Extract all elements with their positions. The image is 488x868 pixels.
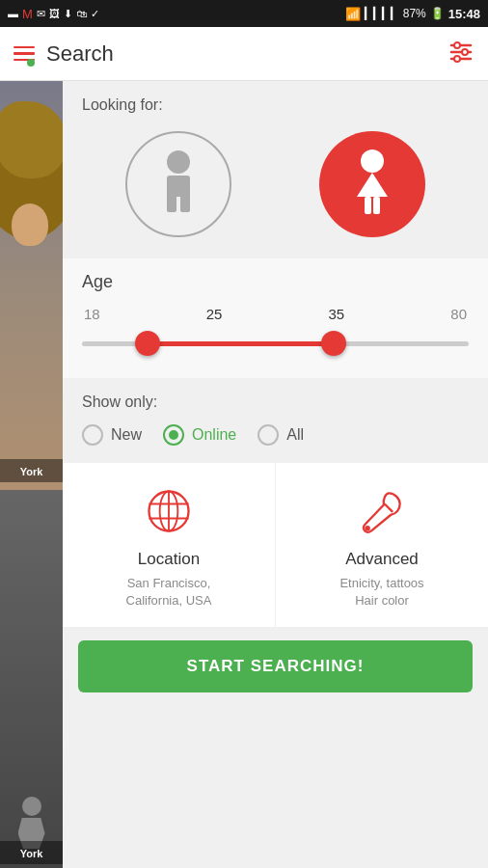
svg-marker-11 xyxy=(357,173,388,197)
slider-track xyxy=(82,341,469,346)
location-title: Location xyxy=(138,550,200,569)
location-card[interactable]: Location San Francisco, California, USA xyxy=(63,463,276,627)
globe-icon xyxy=(140,482,198,540)
svg-rect-8 xyxy=(167,193,176,212)
looking-for-section: Looking for: xyxy=(63,81,488,257)
slider-thumb-right[interactable] xyxy=(321,331,346,356)
wifi-icon: 📶 xyxy=(345,7,361,21)
svg-point-10 xyxy=(361,149,384,173)
show-only-section: Show only: New Online All xyxy=(63,380,488,461)
page-title: Search xyxy=(46,41,114,67)
download-icon: ⬇ xyxy=(64,8,72,20)
radio-online[interactable]: Online xyxy=(163,424,236,446)
battery-icon: 🔋 xyxy=(430,7,445,20)
settings-button[interactable] xyxy=(447,39,474,69)
signal-bars-icon: ▎▎▎▎ xyxy=(365,7,399,20)
sidebar-peek: York York xyxy=(0,81,63,868)
svg-rect-12 xyxy=(365,197,371,214)
male-figure-icon xyxy=(149,149,207,221)
bag-icon: 🛍 xyxy=(76,8,87,19)
gmail-icon: M xyxy=(22,7,33,21)
age-min-active: 25 xyxy=(206,306,223,322)
status-bar-left: ▬ M ✉ 🖼 ⬇ 🛍 ✓ xyxy=(8,7,99,21)
location-subtitle: San Francisco, California, USA xyxy=(126,575,212,610)
radio-label-new: New xyxy=(111,426,142,444)
sidebar-bottom-label: York xyxy=(20,848,43,859)
svg-point-5 xyxy=(454,56,460,62)
age-numbers: 18 25 35 80 xyxy=(82,306,469,322)
app-header: Search xyxy=(0,27,488,81)
female-figure-icon xyxy=(343,149,401,221)
menu-button[interactable] xyxy=(14,46,35,62)
advanced-title: Advanced xyxy=(345,550,419,569)
svg-point-20 xyxy=(365,526,370,531)
radio-label-online: Online xyxy=(192,426,236,444)
radio-group: New Online All xyxy=(82,424,469,446)
advanced-subtitle: Etnicity, tattoos Hair color xyxy=(339,575,423,610)
radio-all[interactable]: All xyxy=(258,424,304,446)
clock: 15:48 xyxy=(448,7,480,21)
svg-rect-9 xyxy=(180,193,190,212)
svg-line-19 xyxy=(385,504,393,512)
wrench-icon xyxy=(353,482,411,540)
age-slider[interactable] xyxy=(82,328,469,359)
cards-section: Location San Francisco, California, USA … xyxy=(63,463,488,627)
advanced-card[interactable]: Advanced Etnicity, tattoos Hair color xyxy=(276,463,488,627)
show-only-label: Show only: xyxy=(82,393,469,411)
age-section: Age 18 25 35 80 xyxy=(63,258,488,378)
radio-circle-online xyxy=(163,424,184,446)
age-label: Age xyxy=(82,272,469,292)
male-button[interactable] xyxy=(125,131,231,237)
female-button[interactable] xyxy=(319,131,425,237)
start-searching-button[interactable]: START SEARCHING! xyxy=(78,640,473,692)
header-left: Search xyxy=(14,41,114,67)
svg-point-3 xyxy=(462,49,468,55)
sidebar-top-label: York xyxy=(20,466,43,477)
radio-new[interactable]: New xyxy=(82,424,142,446)
image-icon: 🖼 xyxy=(49,8,60,19)
svg-point-1 xyxy=(454,42,460,48)
radio-label-all: All xyxy=(286,426,304,444)
status-bar: ▬ M ✉ 🖼 ⬇ 🛍 ✓ 📶 ▎▎▎▎ 87% 🔋 15:48 xyxy=(0,0,488,27)
radio-dot-online xyxy=(169,430,178,440)
radio-circle-new xyxy=(82,424,103,446)
slider-fill xyxy=(148,341,334,346)
svg-point-6 xyxy=(167,150,190,174)
main-wrapper: York York Looking for: xyxy=(0,81,488,868)
gender-buttons xyxy=(82,131,469,237)
check-icon: ✓ xyxy=(91,8,99,20)
looking-for-label: Looking for: xyxy=(82,96,469,114)
age-max-active: 35 xyxy=(329,306,345,322)
age-min: 18 xyxy=(84,306,100,322)
battery-percentage: 87% xyxy=(403,7,426,20)
search-panel: Looking for: xyxy=(63,81,488,868)
mail-icon: ✉ xyxy=(37,8,45,20)
slider-thumb-left[interactable] xyxy=(135,331,160,356)
signal-icon: ▬ xyxy=(8,8,18,19)
age-max: 80 xyxy=(450,306,467,322)
svg-rect-13 xyxy=(373,197,380,214)
status-bar-right: 📶 ▎▎▎▎ 87% 🔋 15:48 xyxy=(345,7,480,21)
radio-circle-all xyxy=(258,424,279,446)
sidebar-image: York York xyxy=(0,81,63,868)
